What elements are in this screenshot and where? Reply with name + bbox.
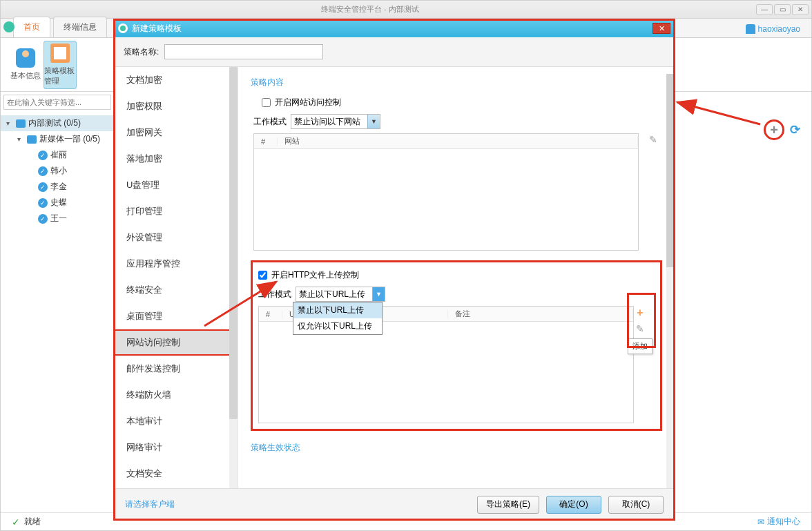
check-icon: ✓	[38, 182, 48, 192]
nav-scrollbar-thumb[interactable]	[229, 67, 238, 419]
ribbon-label: 基本信息	[10, 70, 41, 81]
ribbon-label: 策略模板管理	[44, 66, 76, 86]
http-section-highlight: 开启HTTP文件上传控制 工作模式 禁止以下URL上传 ▼ 禁止以下URL上传 …	[251, 260, 662, 431]
section-title-status: 策略生效状态	[251, 442, 662, 454]
group-icon	[16, 119, 26, 128]
mail-icon: ✉	[757, 517, 764, 527]
content-scrollbar-thumb[interactable]	[666, 74, 673, 267]
tree-member[interactable]: ✓韩小	[1, 163, 113, 179]
tree: ▾ 内部测试 (0/5) ▾ 新媒体一部 (0/5) ✓崔丽 ✓韩小 ✓李金 ✓…	[1, 113, 113, 229]
nav-item[interactable]: U盘管理	[114, 172, 238, 198]
dialog-footer: 请选择客户端 导出策略(E) 确定(O) 取消(C)	[114, 488, 675, 520]
chevron-down-icon: ▼	[372, 287, 385, 301]
select-client-link[interactable]: 请选择客户端	[125, 499, 175, 510]
nav-item-web-access[interactable]: 网站访问控制	[114, 329, 238, 356]
collapse-icon[interactable]: ▾	[17, 135, 24, 143]
nav-item[interactable]: 加密权限	[114, 93, 238, 119]
tree-member[interactable]: ✓王一	[1, 211, 113, 226]
plus-icon[interactable]: +	[770, 122, 778, 138]
edit-icon[interactable]: ✎	[649, 134, 657, 145]
th-remark: 备注	[448, 309, 633, 319]
titlebar: 终端安全管控平台 - 内部测试 — ▭ ✕	[1, 1, 811, 19]
user-area[interactable]: haoxiaoyao	[746, 24, 800, 34]
nav-item[interactable]: 终端安全	[114, 277, 238, 303]
tree-label: 史蝶	[50, 197, 67, 209]
dialog-content: 策略内容 开启网站访问控制 工作模式 禁止访问以下网站 ▼ # 网站 ✎	[238, 67, 675, 488]
nav-item[interactable]: 文档安全	[114, 461, 238, 487]
http-enable-checkbox[interactable]	[258, 271, 267, 280]
cancel-button[interactable]: 取消(C)	[608, 496, 664, 514]
http-enable-label: 开启HTTP文件上传控制	[271, 269, 359, 281]
mode-label: 工作模式	[258, 289, 291, 300]
tree-label: 内部测试 (0/5)	[28, 117, 81, 129]
check-icon: ✓	[38, 214, 48, 224]
tree-group[interactable]: ▾ 新媒体一部 (0/5)	[1, 131, 113, 147]
group-icon	[27, 135, 37, 144]
notify-label: 通知中心	[767, 516, 800, 528]
ok-button[interactable]: 确定(O)	[546, 496, 601, 514]
nav-item[interactable]: 文档加密	[114, 67, 238, 93]
mode-label: 工作模式	[253, 116, 287, 128]
tools-highlight-box	[627, 293, 656, 348]
web-mode-row: 工作模式 禁止访问以下网站 ▼	[251, 114, 662, 129]
add-highlight-circle: +	[764, 119, 784, 140]
nav-item[interactable]: 审批流程	[114, 487, 238, 488]
nav-item[interactable]: 落地加密	[114, 146, 238, 172]
status-left: ✓ 就绪	[12, 516, 41, 528]
dialog-close-button[interactable]: ✕	[652, 23, 670, 34]
export-button[interactable]: 导出策略(E)	[477, 496, 539, 514]
notify-center[interactable]: ✉ 通知中心	[757, 516, 800, 528]
tree-member[interactable]: ✓李金	[1, 179, 113, 195]
right-tools: + ⟳	[764, 119, 800, 140]
nav-item[interactable]: 应用程序管控	[114, 251, 238, 277]
minimize-button[interactable]: —	[756, 4, 773, 15]
nav-item[interactable]: 终端防火墙	[114, 382, 238, 408]
nav-item[interactable]: 打印管理	[114, 198, 238, 224]
dropdown-option[interactable]: 禁止以下URL上传	[293, 302, 382, 318]
http-enable-row: 开启HTTP文件上传控制	[255, 268, 657, 287]
nav-item[interactable]: 本地审计	[114, 408, 238, 434]
web-table: # 网站 ✎	[253, 133, 639, 251]
footer-buttons: 导出策略(E) 确定(O) 取消(C)	[477, 496, 664, 514]
nav-item[interactable]: 桌面管理	[114, 303, 238, 329]
policy-name-input[interactable]	[164, 44, 323, 59]
close-button[interactable]: ✕	[792, 4, 809, 15]
dropdown-option[interactable]: 仅允许以下URL上传	[293, 318, 382, 334]
http-mode-row: 工作模式 禁止以下URL上传 ▼ 禁止以下URL上传 仅允许以下URL上传	[255, 287, 657, 302]
check-icon: ✓	[38, 166, 48, 176]
http-mode-dropdown: 禁止以下URL上传 仅允许以下URL上传	[293, 302, 383, 335]
ribbon-basic-info[interactable]: 基本信息	[9, 41, 42, 89]
filter-input[interactable]	[3, 95, 111, 110]
name-row: 策略名称:	[114, 37, 675, 66]
tree-label: 新媒体一部 (0/5)	[39, 133, 100, 145]
chevron-down-icon: ▼	[367, 115, 380, 128]
name-label: 策略名称:	[124, 46, 159, 58]
clipboard-icon	[50, 44, 70, 63]
nav-item[interactable]: 邮件发送控制	[114, 356, 238, 382]
dialog-icon	[118, 23, 128, 33]
tree-root[interactable]: ▾ 内部测试 (0/5)	[1, 115, 113, 131]
user-name: haoxiaoyao	[758, 24, 800, 34]
th-site: 网站	[278, 136, 638, 146]
window-controls: — ▭ ✕	[756, 4, 809, 15]
nav-item[interactable]: 加密网关	[114, 119, 238, 146]
th-num: #	[259, 310, 282, 318]
maximize-button[interactable]: ▭	[774, 4, 791, 15]
refresh-icon[interactable]: ⟳	[790, 122, 800, 137]
ribbon-template-mgmt[interactable]: 策略模板管理	[44, 41, 77, 89]
web-enable-checkbox[interactable]	[262, 98, 271, 107]
nav-item[interactable]: 外设管理	[114, 224, 238, 251]
collapse-icon[interactable]: ▾	[6, 119, 13, 127]
tree-label: 崔丽	[50, 149, 67, 161]
tab-terminal-info[interactable]: 终端信息	[53, 17, 107, 37]
user-icon	[746, 24, 755, 34]
tab-home[interactable]: 首页	[13, 17, 50, 37]
combo-value: 禁止以下URL上传	[299, 289, 365, 299]
web-mode-select[interactable]: 禁止访问以下网站 ▼	[291, 114, 380, 129]
nav-item[interactable]: 网络审计	[114, 434, 238, 461]
tree-member[interactable]: ✓史蝶	[1, 195, 113, 211]
window-title: 终端安全管控平台 - 内部测试	[321, 4, 419, 15]
table-header: # 网站	[254, 134, 638, 149]
http-mode-select[interactable]: 禁止以下URL上传 ▼	[296, 287, 385, 302]
tree-member[interactable]: ✓崔丽	[1, 147, 113, 163]
